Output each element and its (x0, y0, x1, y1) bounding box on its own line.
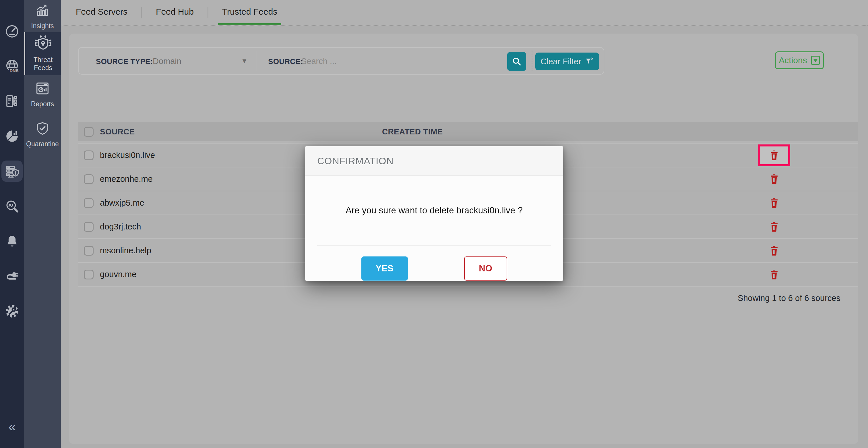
tab-bar: Feed Servers Feed Hub Trusted Feeds (61, 0, 868, 26)
sidebar-item-reports[interactable]: Reports (24, 75, 61, 113)
dialog-message: Are you sure want to delete brackusi0n.l… (305, 176, 563, 245)
chevron-down-icon[interactable]: ▼ (241, 57, 248, 65)
row-checkbox[interactable] (84, 246, 94, 256)
delete-button[interactable] (766, 267, 782, 282)
sidebar-collapse-button[interactable]: « (0, 420, 24, 433)
dialog-title: CONFIRMATION (305, 146, 563, 176)
sidebar-item-dashboard[interactable] (0, 20, 24, 42)
no-button[interactable]: NO (464, 257, 507, 280)
column-header-created-time: CREATED TIME (382, 127, 690, 137)
funnel-clear-icon (585, 57, 594, 66)
row-checkbox[interactable] (84, 174, 94, 184)
delete-button[interactable] (766, 148, 782, 162)
delete-button[interactable] (766, 172, 782, 186)
source-search-input[interactable] (301, 53, 491, 69)
source-type-label: SOURCE TYPE: (96, 57, 153, 66)
sidebar-item-feed-servers[interactable] (0, 90, 24, 112)
clear-filter-label: Clear Filter (540, 57, 581, 66)
threat-server-shield-icon (4, 163, 20, 179)
row-checkbox[interactable] (84, 150, 94, 160)
tab-separator (141, 7, 142, 19)
row-checkbox[interactable] (84, 270, 94, 279)
dialog-divider (317, 245, 551, 245)
tab-trusted-feeds[interactable]: Trusted Feeds (218, 0, 281, 25)
highlight-box (758, 145, 790, 166)
trash-icon (769, 221, 780, 233)
notifications-bell-icon (4, 234, 20, 249)
actions-label: Actions (779, 55, 807, 65)
search-button[interactable] (507, 52, 526, 71)
select-all-checkbox[interactable] (84, 127, 94, 137)
delete-button[interactable] (766, 220, 782, 234)
sidebar-item-insights[interactable]: Insights (24, 0, 61, 32)
trash-icon (769, 173, 780, 185)
sidebar-item-label: Reports (31, 100, 54, 108)
insights-chart-icon (34, 2, 51, 19)
actions-dropdown-icon (811, 56, 820, 65)
sidebar-item-threat-feeds[interactable]: Threat Feeds (24, 32, 61, 75)
filter-divider-dashed (532, 51, 532, 71)
dialog-actions: YES NO (305, 257, 563, 280)
sidebar-item-notifications[interactable] (0, 230, 24, 252)
sidebar-item-settings[interactable] (0, 300, 24, 322)
sidebar-item-dns[interactable]: DNS (0, 55, 24, 77)
sidebar-item-investigate[interactable] (0, 195, 24, 217)
search-icon (511, 56, 522, 67)
column-header-source: SOURCE (100, 127, 382, 137)
trash-icon (769, 197, 780, 209)
settings-gear-wrench-icon (4, 303, 20, 319)
threat-feeds-skull-shield-icon (34, 35, 52, 53)
sidebar-nav: Insights Threat Feeds (24, 0, 61, 448)
trash-icon (769, 149, 780, 161)
clear-filter-button[interactable]: Clear Filter (535, 53, 599, 70)
trash-icon (769, 245, 780, 257)
pagination-summary: Showing 1 to 6 of 6 sources (738, 294, 840, 303)
sidebar-item-label: Quarantine (26, 140, 59, 148)
delete-button[interactable] (766, 196, 782, 210)
actions-button[interactable]: Actions (775, 51, 824, 69)
source-label: SOURCE: (268, 57, 303, 66)
sidebar-item-integrations[interactable] (0, 265, 24, 287)
confirmation-dialog: CONFIRMATION Are you sure want to delete… (305, 146, 563, 281)
table-header-row: SOURCE CREATED TIME (78, 122, 858, 141)
sidebar-item-label: Insights (31, 22, 54, 30)
yes-button[interactable]: YES (361, 257, 408, 280)
threat-hunt-search-icon (4, 198, 20, 214)
trash-icon (769, 269, 780, 280)
sidebar-item-analytics[interactable] (0, 125, 24, 147)
row-checkbox[interactable] (84, 198, 94, 208)
filter-bar: SOURCE TYPE: Domain ▼ SOURCE: Clear (78, 47, 604, 75)
dashboard-gauge-icon (4, 23, 20, 39)
integrations-plug-icon (4, 269, 20, 284)
dns-globe-icon: DNS (4, 58, 20, 74)
active-rail-highlight (1, 160, 23, 182)
sidebar-item-threat-feeds-rail[interactable] (0, 160, 24, 182)
sidebar-item-quarantine[interactable]: Quarantine (24, 113, 61, 155)
svg-text:DNS: DNS (9, 68, 19, 73)
delete-button[interactable] (766, 243, 782, 258)
server-topology-icon (4, 93, 20, 109)
sidebar-item-label: Threat Feeds (30, 56, 56, 72)
filter-divider (257, 51, 257, 71)
reports-icon (34, 80, 51, 97)
quarantine-shield-check-icon (34, 120, 51, 137)
tab-feed-servers[interactable]: Feed Servers (72, 0, 131, 25)
tab-separator (208, 7, 208, 19)
row-checkbox[interactable] (84, 222, 94, 232)
sidebar-rail: DNS (0, 0, 24, 448)
analytics-pie-icon (4, 128, 20, 144)
source-type-select[interactable]: Domain (153, 57, 181, 66)
tab-feed-hub[interactable]: Feed Hub (152, 0, 198, 25)
